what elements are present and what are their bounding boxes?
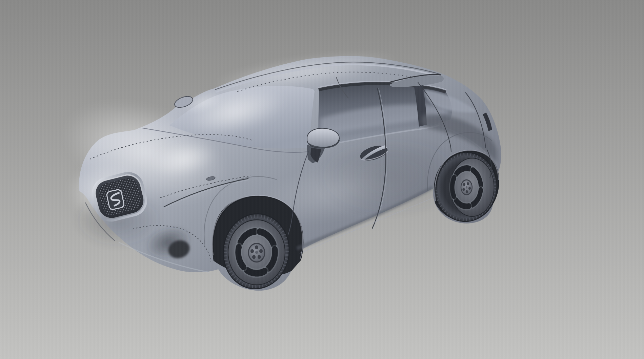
- viewport-canvas[interactable]: [0, 0, 644, 359]
- cad-viewport[interactable]: [0, 0, 644, 359]
- seat-s-logo[interactable]: [106, 189, 124, 210]
